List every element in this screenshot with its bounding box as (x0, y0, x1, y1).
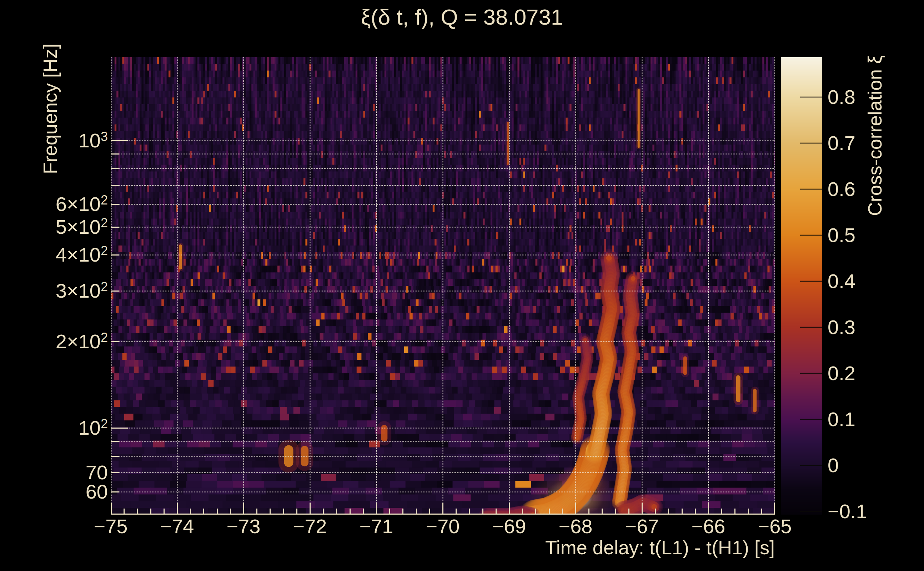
y-tick-label: 3×102 (36, 281, 108, 303)
x-tick-label: −73 (215, 516, 272, 536)
y-tick-label: 60 (36, 482, 108, 502)
y-tick-label: 4×102 (36, 245, 108, 267)
x-tick-label: −67 (613, 516, 671, 536)
y-tick-label: 102 (36, 418, 108, 440)
colorbar-tick-label: 0.8 (828, 87, 906, 107)
colorbar-tick-label: 0.1 (828, 409, 906, 429)
x-tick-label: −72 (281, 516, 338, 536)
colorbar-tick-label: 0.4 (828, 271, 906, 291)
y-tick-label: 103 (36, 131, 108, 153)
spectrogram-page: ξ(δ t, f), Q = 38.0731 Frequency [Hz] Ti… (0, 0, 924, 571)
x-tick-label: −70 (414, 516, 471, 536)
colorbar-tick-label: 0.2 (828, 363, 906, 383)
colorbar-tick-label: −0.1 (828, 502, 906, 522)
x-axis-title: Time delay: t(L1) - t(H1) [s] (418, 536, 775, 559)
x-tick-label: −71 (348, 516, 405, 536)
x-tick-label: −68 (547, 516, 604, 536)
y-axis-title: Frequency [Hz] (39, 20, 61, 198)
x-tick-label: −65 (746, 516, 803, 536)
y-tick-label: 70 (36, 463, 108, 483)
colorbar-tick-label: 0.5 (828, 225, 906, 245)
colorbar-tick-label: 0.3 (828, 317, 906, 337)
spectrogram-heatmap (111, 57, 775, 515)
y-tick-label: 6×102 (36, 194, 108, 217)
colorbar-tick-label: 0.7 (828, 133, 906, 153)
x-tick-label: −74 (148, 516, 206, 536)
x-tick-label: −66 (680, 516, 737, 536)
colorbar-tick-label: 0.6 (828, 179, 906, 199)
chart-title: ξ(δ t, f), Q = 38.0731 (0, 4, 924, 29)
y-tick-label: 5×102 (36, 217, 108, 239)
x-tick-label: −75 (82, 516, 139, 536)
x-tick-label: −69 (481, 516, 538, 536)
y-tick-label: 2×102 (36, 332, 108, 354)
colorbar-tick-label: 0 (828, 455, 906, 475)
colorbar-gradient (781, 57, 822, 515)
